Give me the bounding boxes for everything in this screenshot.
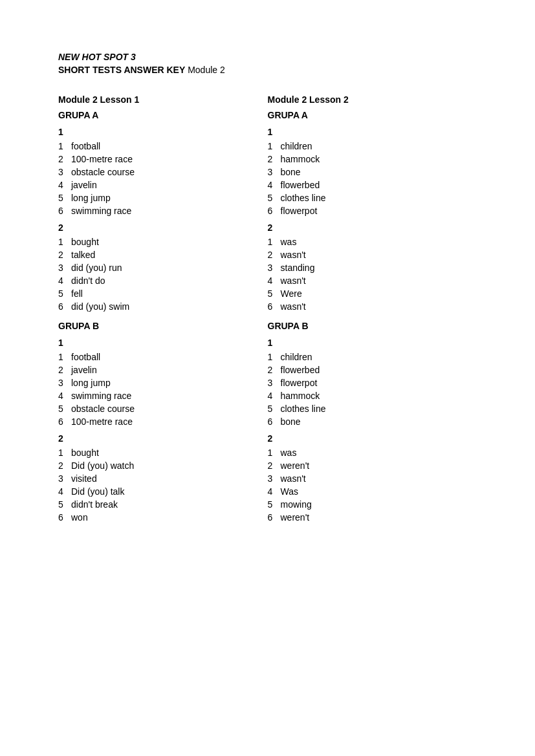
left-column: Module 2 Lesson 1 GRUPA A 1 1football210… <box>58 94 268 525</box>
list-item: 2Did (you) watch <box>58 460 268 471</box>
item-number: 4 <box>58 275 71 286</box>
list-item: 4hammock <box>268 391 477 401</box>
item-text: fell <box>71 288 268 299</box>
item-text: standing <box>281 263 477 273</box>
item-number: 2 <box>58 460 71 471</box>
list-item: 3did (you) run <box>58 263 268 273</box>
item-text: Were <box>281 288 477 299</box>
list-item: 5Were <box>268 288 477 299</box>
list-item: 4swimming race <box>58 391 268 401</box>
list-item: 3bone <box>268 167 477 177</box>
item-text: bought <box>71 448 268 458</box>
list-item: 6wasn't <box>268 301 477 312</box>
item-text: bone <box>281 416 477 427</box>
item-number: 4 <box>268 391 281 401</box>
item-text: javelin <box>71 180 268 190</box>
item-number: 1 <box>58 448 71 458</box>
list-item: 3obstacle course <box>58 167 268 177</box>
item-text: children <box>281 352 477 362</box>
item-number: 6 <box>268 301 281 312</box>
list-item: 4javelin <box>58 180 268 190</box>
item-text: bone <box>281 167 477 177</box>
item-text: clothes line <box>281 404 477 414</box>
item-number: 3 <box>58 473 71 484</box>
item-number: 6 <box>58 416 71 427</box>
left-ga-s2-num: 2 <box>58 222 268 233</box>
right-ga-s1-items: 1children2hammock3bone4flowerbed5clothes… <box>268 141 477 216</box>
list-item: 2100-metre race <box>58 154 268 164</box>
item-number: 5 <box>268 499 281 510</box>
item-text: was <box>281 237 477 247</box>
item-number: 2 <box>58 250 71 260</box>
left-gb-s2-num: 2 <box>58 433 268 444</box>
list-item: 5mowing <box>268 499 477 510</box>
right-ga-s2-items: 1was2wasn't3standing4wasn't5Were6wasn't <box>268 237 477 312</box>
item-text: flowerbed <box>281 365 477 375</box>
item-number: 2 <box>268 250 281 260</box>
right-group-b-section1: 1 1children2flowerbed3flowerpot4hammock5… <box>268 338 477 427</box>
item-number: 3 <box>268 167 281 177</box>
list-item: 3standing <box>268 263 477 273</box>
item-number: 6 <box>58 206 71 216</box>
item-text: children <box>281 141 477 151</box>
list-item: 5long jump <box>58 193 268 203</box>
item-number: 6 <box>268 416 281 427</box>
item-text: hammock <box>281 391 477 401</box>
item-text: weren't <box>281 460 477 471</box>
left-ga-s2-items: 1bought2talked3did (you) run4didn't do5f… <box>58 237 268 312</box>
item-text: did (you) swim <box>71 301 268 312</box>
item-number: 1 <box>268 448 281 458</box>
item-text: wasn't <box>281 473 477 484</box>
item-text: Did (you) watch <box>71 460 268 471</box>
left-group-a-title: GRUPA A <box>58 110 268 120</box>
list-item: 4flowerbed <box>268 180 477 190</box>
item-text: long jump <box>71 378 268 388</box>
list-item: 4didn't do <box>58 275 268 286</box>
document-subtitle: SHORT TESTS ANSWER KEY Module 2 <box>58 65 477 75</box>
item-number: 4 <box>58 180 71 190</box>
document-title: NEW HOT SPOT 3 <box>58 52 477 62</box>
item-text: clothes line <box>281 193 477 203</box>
item-number: 3 <box>268 263 281 273</box>
list-item: 2flowerbed <box>268 365 477 375</box>
right-module-title: Module 2 Lesson 2 <box>268 94 477 105</box>
item-number: 1 <box>58 237 71 247</box>
item-text: hammock <box>281 154 477 164</box>
list-item: 3long jump <box>58 378 268 388</box>
item-number: 4 <box>268 275 281 286</box>
item-text: Was <box>281 486 477 497</box>
right-group-a-section1: 1 1children2hammock3bone4flowerbed5cloth… <box>268 127 477 216</box>
list-item: 6did (you) swim <box>58 301 268 312</box>
item-number: 5 <box>268 288 281 299</box>
item-text: didn't do <box>71 275 268 286</box>
item-text: wasn't <box>281 250 477 260</box>
list-item: 4wasn't <box>268 275 477 286</box>
item-text: flowerbed <box>281 180 477 190</box>
item-text: visited <box>71 473 268 484</box>
right-group-a-section2: 2 1was2wasn't3standing4wasn't5Were6wasn'… <box>268 222 477 312</box>
item-number: 6 <box>58 301 71 312</box>
item-text: flowerpot <box>281 378 477 388</box>
left-gb-s1-num: 1 <box>58 338 268 348</box>
right-gb-s1-num: 1 <box>268 338 477 348</box>
right-ga-s2-num: 2 <box>268 222 477 233</box>
list-item: 5didn't break <box>58 499 268 510</box>
list-item: 2wasn't <box>268 250 477 260</box>
right-group-b-title: GRUPA B <box>268 321 477 331</box>
list-item: 5clothes line <box>268 193 477 203</box>
item-number: 6 <box>58 512 71 523</box>
item-number: 6 <box>268 512 281 523</box>
item-number: 2 <box>58 154 71 164</box>
list-item: 3visited <box>58 473 268 484</box>
right-group-b-section2: 2 1was2weren't3wasn't4Was5mowing6weren't <box>268 433 477 523</box>
item-number: 4 <box>268 180 281 190</box>
item-number: 3 <box>58 263 71 273</box>
item-text: bought <box>71 237 268 247</box>
list-item: 2talked <box>58 250 268 260</box>
item-number: 3 <box>268 378 281 388</box>
right-gb-s2-num: 2 <box>268 433 477 444</box>
list-item: 1children <box>268 352 477 362</box>
list-item: 4Did (you) talk <box>58 486 268 497</box>
item-number: 1 <box>268 237 281 247</box>
left-group-b-title: GRUPA B <box>58 321 268 331</box>
